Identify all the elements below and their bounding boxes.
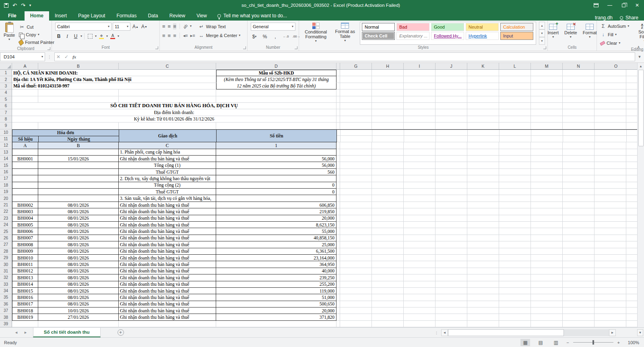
row-header-13[interactable]: 13	[0, 149, 12, 156]
cell[interactable]: BH0012	[12, 268, 38, 274]
cell[interactable]: 08/01/2026	[38, 202, 119, 208]
row-header-11[interactable]: 11	[0, 136, 12, 142]
cell[interactable]	[336, 109, 340, 116]
cell[interactable]: 08/01/2026	[38, 248, 119, 255]
row-header-2[interactable]: 2	[0, 76, 12, 83]
name-box-dropdown-icon[interactable]: ▾	[41, 55, 43, 58]
cell[interactable]: Ghi nhận doanh thu bán hàng và thuế	[119, 248, 216, 255]
cell[interactable]: BH0017	[12, 301, 38, 308]
cell[interactable]: 0	[216, 189, 336, 195]
tab-home[interactable]: Home	[25, 11, 49, 21]
cell[interactable]: Tổng cộng (2)	[119, 182, 216, 189]
cell[interactable]: 08/01/2026	[38, 255, 119, 261]
cell[interactable]	[336, 116, 340, 123]
cell[interactable]: BH0005	[12, 222, 38, 228]
vertical-scrollbar[interactable]: ▲	[637, 63, 644, 327]
cell[interactable]: BH0001	[12, 156, 38, 162]
cell[interactable]: BH0010	[12, 255, 38, 261]
column-header-J[interactable]: J	[436, 63, 467, 69]
fill-button[interactable]: ↓Fill▾	[599, 31, 630, 38]
cell[interactable]: 500,650	[216, 301, 336, 308]
header-so-hieu[interactable]: Số hiệu	[12, 136, 39, 142]
comma-style-icon[interactable]: ,	[272, 33, 279, 40]
cell[interactable]: 08/01/2026	[38, 208, 119, 215]
cell[interactable]	[119, 96, 216, 103]
cut-button[interactable]: ✂Cut	[18, 23, 55, 31]
style-explanatory-[interactable]: Explanatory ...	[396, 32, 429, 40]
cell[interactable]	[336, 281, 340, 288]
tab-scrollbar-splitter[interactable]: ⋮	[435, 329, 439, 336]
style-input[interactable]: Input	[500, 32, 533, 40]
cell[interactable]	[38, 149, 119, 156]
format-painter-button[interactable]: Format Painter	[18, 39, 55, 46]
undo-icon[interactable]: ↶	[12, 3, 17, 8]
cell[interactable]: 08/01/2026	[38, 241, 119, 248]
cell[interactable]	[336, 314, 340, 320]
cell[interactable]	[12, 175, 38, 182]
cell[interactable]: BH0002	[12, 202, 38, 208]
gallery-scroll-down-icon[interactable]: ▼	[539, 29, 545, 37]
cell[interactable]: BH0016	[12, 294, 38, 301]
cell[interactable]	[336, 149, 340, 156]
cell[interactable]	[336, 255, 340, 261]
row-header-6[interactable]: 6	[0, 103, 12, 109]
cell[interactable]: 8,623,150	[216, 222, 336, 228]
cell[interactable]: 08/01/2026	[38, 261, 119, 268]
cell[interactable]	[336, 96, 340, 103]
column-header-H[interactable]: H	[372, 63, 404, 69]
cell[interactable]	[38, 195, 119, 202]
row-header-25[interactable]: 25	[0, 228, 12, 235]
sheet-tab-active[interactable]: Sổ chi tiết doanh thu	[33, 328, 101, 337]
cell[interactable]: 0	[216, 182, 336, 189]
number-dialog-launcher[interactable]	[295, 46, 297, 49]
cell[interactable]: SỔ CHI TIẾT DOANH THU BÁN HÀNG HÓA, DỊCH…	[12, 103, 336, 109]
header-ngay-thang[interactable]: Ngày tháng	[39, 136, 119, 142]
cell[interactable]	[336, 208, 340, 215]
orientation-icon[interactable]: ab	[182, 23, 189, 29]
zoom-level[interactable]: 100%	[625, 340, 639, 345]
cell[interactable]	[336, 175, 340, 182]
font-color-button[interactable]: A	[109, 33, 116, 40]
cell[interactable]	[336, 274, 340, 281]
alignment-dialog-launcher[interactable]	[243, 46, 246, 49]
cell[interactable]	[336, 70, 340, 76]
row-header-34[interactable]: 34	[0, 288, 12, 294]
cell[interactable]: Ghi nhận doanh thu bán hàng và thuế	[119, 208, 216, 215]
autosum-button[interactable]: ΣAutoSum▾	[599, 23, 630, 30]
align-center-icon[interactable]: ≡	[168, 33, 171, 39]
cell[interactable]	[216, 175, 336, 182]
styles-dialog-launcher[interactable]	[543, 46, 546, 49]
cell[interactable]: 219,850	[216, 208, 336, 215]
row-header-35[interactable]: 35	[0, 294, 12, 301]
borders-button[interactable]	[87, 33, 94, 40]
column-header-I[interactable]: I	[404, 63, 436, 69]
cell[interactable]: 371,820	[216, 314, 336, 320]
cell[interactable]	[336, 308, 340, 314]
cell[interactable]: Ghi nhận doanh thu bán hàng và thuế	[119, 241, 216, 248]
scroll-right-icon[interactable]: ►	[609, 329, 616, 336]
row-header-3[interactable]: 3	[0, 83, 12, 89]
cell[interactable]	[216, 89, 336, 96]
cell[interactable]: BH0019	[12, 314, 38, 320]
fill-color-button[interactable]: ◆	[98, 33, 105, 40]
cell[interactable]: Địa điểm kinh doanh:	[12, 109, 336, 116]
cell[interactable]: Ghi nhận doanh thu bán hàng và thuế	[119, 294, 216, 301]
cell[interactable]: 08/01/2026	[38, 235, 119, 241]
italic-button[interactable]: I	[64, 33, 71, 40]
cell[interactable]: 08/01/2026	[38, 281, 119, 288]
cell[interactable]: Ghi nhận doanh thu bán hàng và thuế	[119, 281, 216, 288]
cell[interactable]	[336, 288, 340, 294]
cell[interactable]: Thuế GTGT	[119, 189, 216, 195]
share-button[interactable]: Share	[620, 15, 638, 21]
previous-sheet-icon[interactable]: ◄	[14, 330, 18, 335]
cell[interactable]	[216, 123, 336, 129]
cell[interactable]	[12, 89, 38, 96]
cell[interactable]	[38, 321, 119, 327]
cell[interactable]	[119, 321, 216, 327]
style-calculation[interactable]: Calculation	[500, 23, 533, 31]
cell[interactable]: 20,000	[216, 215, 336, 222]
align-top-icon[interactable]: ≡	[162, 23, 165, 29]
cell[interactable]: 08/01/2026	[38, 215, 119, 222]
row-header-10[interactable]: 10	[0, 129, 12, 136]
cell[interactable]: 1. Phân phối, cung cấp hàng hóa	[119, 149, 216, 156]
